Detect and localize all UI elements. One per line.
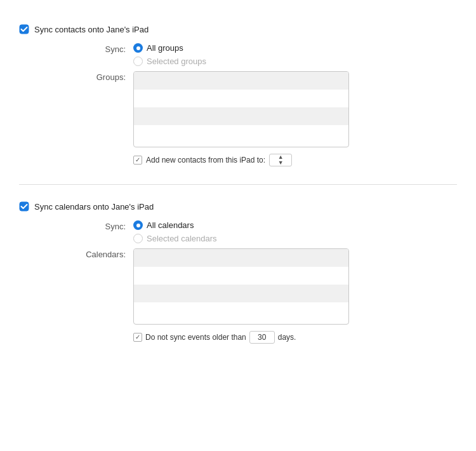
list-item	[134, 249, 348, 267]
contacts-section-title: Sync contacts onto Jane's iPad	[19, 24, 457, 34]
contacts-radio-group: All groups Selected groups	[133, 43, 206, 66]
contacts-groups-row: Groups:	[19, 71, 457, 147]
list-item	[134, 90, 348, 107]
contacts-sync-label: Sync:	[19, 43, 133, 54]
contacts-add-new-checkbox[interactable]	[133, 156, 142, 165]
contacts-add-new-spinner[interactable]: ▲ ▼	[269, 154, 292, 166]
calendars-sync-row: Sync: All calendars Selected calendars	[19, 220, 457, 243]
calendars-selected-radio[interactable]: Selected calendars	[133, 234, 217, 243]
calendars-list-box[interactable]	[133, 248, 349, 325]
calendars-no-sync-label: Do not sync events older than	[145, 333, 246, 342]
section-divider	[19, 184, 457, 185]
list-item	[134, 267, 348, 285]
calendars-section-title: Sync calendars onto Jane's iPad	[19, 201, 457, 212]
contacts-selected-radio[interactable]: Selected groups	[133, 57, 206, 66]
calendars-selected-radio-icon[interactable]	[133, 234, 143, 243]
calendars-checkbox[interactable]	[19, 201, 29, 212]
calendars-days-suffix: days.	[278, 333, 296, 342]
calendars-days-input[interactable]: 30	[249, 331, 275, 344]
calendars-no-sync-checkbox[interactable]	[133, 333, 142, 342]
calendars-list-label: Calendars:	[19, 248, 133, 259]
contacts-sync-row: Sync: All groups Selected groups	[19, 43, 457, 66]
calendars-section: Sync calendars onto Jane's iPad Sync: Al…	[19, 190, 457, 356]
contacts-all-radio-icon[interactable]	[133, 43, 143, 53]
contacts-section: Sync contacts onto Jane's iPad Sync: All…	[19, 13, 457, 179]
list-item	[134, 107, 348, 125]
contacts-all-radio[interactable]: All groups	[133, 43, 206, 53]
list-item	[134, 72, 348, 90]
calendars-all-label: All calendars	[147, 220, 194, 230]
contacts-all-label: All groups	[147, 43, 183, 53]
list-item	[134, 285, 348, 302]
calendars-no-sync-row: Do not sync events older than 30 days.	[19, 331, 457, 344]
contacts-title-text: Sync contacts onto Jane's iPad	[34, 25, 149, 34]
calendars-radio-group: All calendars Selected calendars	[133, 220, 217, 243]
calendars-all-radio[interactable]: All calendars	[133, 220, 217, 230]
contacts-selected-radio-icon[interactable]	[133, 57, 143, 66]
contacts-groups-label: Groups:	[19, 71, 133, 82]
calendars-list-row: Calendars:	[19, 248, 457, 325]
calendars-selected-label: Selected calendars	[147, 234, 217, 243]
contacts-checkbox[interactable]	[19, 24, 29, 34]
contacts-list-box[interactable]	[133, 71, 349, 147]
contacts-add-new-label: Add new contacts from this iPad to:	[146, 156, 265, 165]
contacts-selected-label: Selected groups	[147, 57, 206, 66]
calendars-title-text: Sync calendars onto Jane's iPad	[34, 202, 154, 212]
calendars-all-radio-icon[interactable]	[133, 220, 143, 230]
contacts-add-new-row: Add new contacts from this iPad to: ▲ ▼	[19, 154, 457, 166]
calendars-sync-label: Sync:	[19, 220, 133, 231]
list-item	[134, 302, 348, 320]
list-item	[134, 125, 348, 143]
